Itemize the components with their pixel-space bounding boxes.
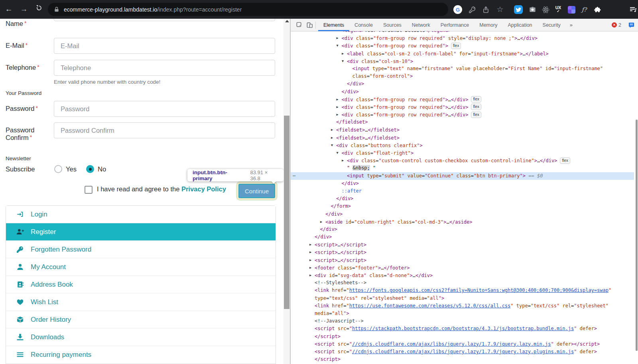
devtools-tree-row[interactable]: ▶<footer class="footer">…</footer> xyxy=(291,264,634,272)
devtools-tree-row[interactable]: </div> xyxy=(291,180,634,187)
devtools-tree-row[interactable]: ▶<div id="svg-data" class="d-none">…</di… xyxy=(291,272,634,279)
devtools-tab-performance[interactable]: Performance xyxy=(435,19,475,31)
devtools-tab-memory[interactable]: Memory xyxy=(474,19,502,31)
devtools-tree-row[interactable]: ▶<div class="custom-control custom-check… xyxy=(291,157,634,164)
devtools-tree-row[interactable]: ▼<div class="buttons clearfix"> xyxy=(291,142,634,149)
devtools-tree-row[interactable]: </div> xyxy=(291,211,634,218)
expand-arrow-icon[interactable]: ▶ xyxy=(309,264,315,272)
flex-badge[interactable]: flex xyxy=(560,157,570,164)
devtools-tree-row[interactable]: </script> xyxy=(291,356,634,363)
devtools-tree-row[interactable]: <legend>Your Personal Details</legend> xyxy=(291,31,634,34)
subscribe-no-radio[interactable] xyxy=(86,165,94,173)
devtools-tab-security[interactable]: Security xyxy=(538,19,566,31)
subscribe-yes-radio[interactable] xyxy=(54,165,62,173)
expand-arrow-icon[interactable]: ▶ xyxy=(320,218,325,226)
expand-arrow-icon[interactable]: ▶ xyxy=(331,126,336,134)
devtools-tree-row[interactable]: media="all"> xyxy=(291,310,634,317)
devtools-tree-row[interactable]: ▶<script>…</script> xyxy=(291,256,634,264)
back-button[interactable]: ← xyxy=(4,4,14,14)
account-menu-item-register[interactable]: Register xyxy=(6,223,276,241)
devtools-tree-row[interactable]: " &nbsp; " xyxy=(291,164,634,172)
devtools-tree-row[interactable]: ▶<div class="form-group row required">…<… xyxy=(291,103,634,111)
url-bar[interactable]: ecommerce-playground.lambdatest.io/index… xyxy=(48,3,448,16)
expand-arrow-icon[interactable]: ▶ xyxy=(337,96,342,103)
devtools-tree-row[interactable]: </form> xyxy=(291,203,634,210)
account-menu-item-login[interactable]: Login xyxy=(6,206,276,223)
collapse-arrow-icon[interactable]: ▼ xyxy=(337,149,342,157)
device-toolbar-button[interactable] xyxy=(304,20,315,30)
devtools-tree-row[interactable]: </div> xyxy=(291,195,634,203)
scroll-up-arrow-icon[interactable] xyxy=(285,20,289,22)
continue-button[interactable]: Continue xyxy=(238,184,275,198)
devtools-tree-row[interactable]: <script src="//cdnjs.cloudflare.com/ajax… xyxy=(291,340,634,348)
telephone-input[interactable] xyxy=(54,60,275,76)
devtools-tree-row[interactable]: </div> xyxy=(291,80,634,88)
password-input[interactable] xyxy=(54,101,275,117)
devtools-tree-row[interactable]: <link href="https://fonts.googleapis.com… xyxy=(291,287,634,294)
devtools-tab-sources[interactable]: Sources xyxy=(378,19,407,31)
account-menu-item-my-account[interactable]: My Account xyxy=(6,258,276,276)
collapse-arrow-icon[interactable]: ▼ xyxy=(342,57,347,65)
flex-badge[interactable]: flex xyxy=(471,104,481,110)
password-manager-button[interactable] xyxy=(467,5,477,14)
account-menu-item-recurring-payments[interactable]: Recurring payments xyxy=(6,346,276,364)
collapse-arrow-icon[interactable]: ▼ xyxy=(337,42,342,49)
media-playlist-button[interactable] xyxy=(628,5,638,14)
expand-arrow-icon[interactable]: ▶ xyxy=(337,34,342,42)
expand-arrow-icon[interactable]: ▶ xyxy=(342,157,347,164)
devtools-tree-row[interactable]: ▶<div class="form-group row required">…<… xyxy=(291,111,634,118)
page-scrollbar[interactable] xyxy=(284,19,290,364)
devtools-tree-row[interactable]: </div> xyxy=(291,88,634,96)
reload-button[interactable] xyxy=(34,4,44,14)
extension-camera[interactable] xyxy=(528,5,537,14)
flex-badge[interactable]: flex xyxy=(471,112,481,118)
devtools-tree-row[interactable]: <link href="https://use.fontawesome.com/… xyxy=(291,302,634,310)
row-overflow-menu-icon[interactable]: ⋯ xyxy=(293,172,295,180)
more-tabs-button[interactable]: » xyxy=(566,22,577,28)
password-confirm-input[interactable] xyxy=(54,122,275,138)
devtools-tree-row[interactable]: ▼<div class="form-group row required">fl… xyxy=(291,42,634,49)
expand-arrow-icon[interactable]: ▶ xyxy=(337,111,342,118)
share-button[interactable] xyxy=(481,5,491,14)
devtools-tree-row[interactable]: type="text/css" rel="stylesheet" media="… xyxy=(291,295,634,302)
devtools-tree-row[interactable]: ▼<div class="float-right"> xyxy=(291,149,634,157)
extension-bird[interactable] xyxy=(514,5,523,14)
privacy-policy-checkbox[interactable] xyxy=(85,186,93,194)
devtools-tree-row[interactable]: ▶<script>…</script> xyxy=(291,241,634,248)
expand-arrow-icon[interactable]: ▶ xyxy=(309,256,315,264)
devtools-tree-row[interactable]: </div> xyxy=(291,233,634,241)
devtools-tree-row[interactable]: ▶<fieldset>…</fieldset> xyxy=(291,134,634,142)
expand-arrow-icon[interactable]: ▶ xyxy=(309,241,315,248)
collapse-arrow-icon[interactable]: ▼ xyxy=(331,142,336,149)
bookmark-star-button[interactable]: ☆ xyxy=(495,5,505,14)
devtools-tree-row[interactable]: ▶<label class="col-sm-2 col-form-label" … xyxy=(291,50,634,57)
email-input[interactable] xyxy=(54,38,275,54)
extension-function-helper[interactable]: ƒ? xyxy=(579,5,589,14)
google-account-button[interactable]: G xyxy=(453,5,463,14)
extension-ux-check[interactable]: UX✓ xyxy=(553,5,563,14)
privacy-policy-link[interactable]: Privacy Policy xyxy=(181,185,226,193)
devtools-tree-row[interactable]: <input type="text" name="firstname" valu… xyxy=(291,65,634,73)
expand-arrow-icon[interactable]: ▶ xyxy=(337,103,342,111)
expand-arrow-icon[interactable]: ▶ xyxy=(309,272,315,279)
devtools-tree-row[interactable]: <!--Stylesheets--> xyxy=(291,279,634,287)
issues-feedback-icon[interactable] xyxy=(628,22,635,28)
devtools-tree-row[interactable]: </fieldset> xyxy=(291,118,634,126)
devtools-tree-row[interactable]: ▶<aside id="column-right" class="col-md-… xyxy=(291,218,634,226)
account-menu-item-address-book[interactable]: Address Book xyxy=(6,276,276,293)
devtools-scrollbar-thumb[interactable] xyxy=(636,120,638,351)
account-menu-item-order-history[interactable]: Order History xyxy=(6,311,276,329)
inspect-element-button[interactable] xyxy=(294,20,304,30)
devtools-tab-console[interactable]: Console xyxy=(349,19,378,31)
forward-button[interactable]: → xyxy=(19,4,29,14)
expand-arrow-icon[interactable]: ▶ xyxy=(309,248,315,256)
account-menu-item-downloads[interactable]: Downloads xyxy=(6,329,276,346)
devtools-tree-row[interactable]: ▶<div class="form-group row required" st… xyxy=(291,34,634,42)
devtools-tree-row[interactable]: </div> xyxy=(291,226,634,233)
devtools-tree-row[interactable]: <!--Javascript--> xyxy=(291,317,634,325)
devtools-tree-row[interactable]: class="form-control"> xyxy=(291,73,634,80)
devtools-tree-row[interactable]: ⋯<input type="submit" value="Continue" c… xyxy=(291,172,634,180)
devtools-tab-network[interactable]: Network xyxy=(407,19,435,31)
devtools-tree-row[interactable]: ::after xyxy=(291,187,634,195)
extension-react-devtools[interactable] xyxy=(541,5,550,14)
